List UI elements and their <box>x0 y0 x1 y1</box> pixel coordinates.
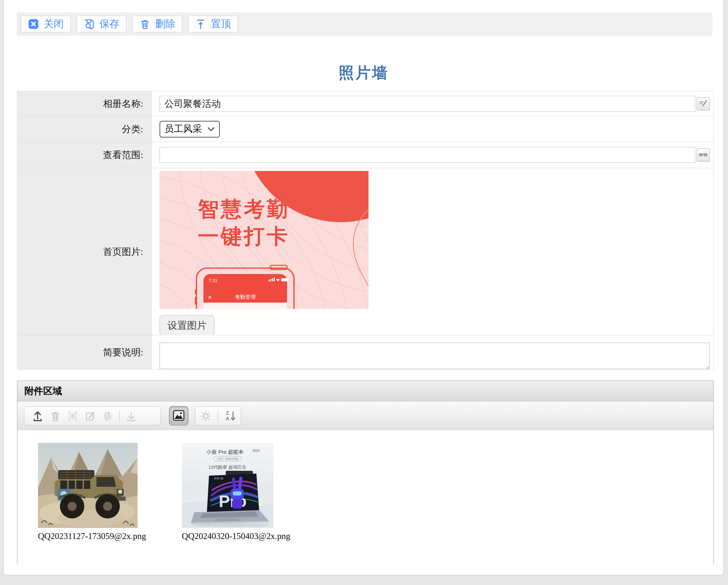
close-button[interactable]: 关闭 <box>21 16 71 32</box>
phone-status-time: 7:21 <box>209 278 217 283</box>
attachment-filename: QQ20231127-173059@2x.png <box>38 531 138 541</box>
top-toolbar: 关闭 保存 删除 <box>17 13 712 36</box>
pin-top-icon <box>195 18 206 30</box>
form-row-description: 简要说明: <box>17 335 713 369</box>
attachment-filename: QQ20240320-150403@2x.png <box>182 531 273 541</box>
image-view-mode-button[interactable] <box>169 406 188 426</box>
attachment-toolbar: Z A <box>17 401 713 430</box>
chevron-down-icon <box>207 123 215 134</box>
sort-icon[interactable]: Z A <box>224 410 237 422</box>
save-icon <box>84 18 95 30</box>
hero-line1: 智慧考勤 <box>198 197 290 221</box>
svg-text:A: A <box>225 416 229 421</box>
cover-label: 首页图片: <box>17 168 152 335</box>
upload-icon[interactable] <box>31 410 44 422</box>
save-button-label: 保存 <box>99 17 119 31</box>
phone-close-glyph: × <box>208 294 212 301</box>
save-button[interactable]: 保存 <box>77 16 126 32</box>
laptop-logo-text: 联想小新 <box>214 477 224 479</box>
scope-picker-button[interactable] <box>697 148 710 162</box>
description-label: 简要说明: <box>17 335 152 369</box>
attachment-thumbnail-truck <box>38 443 138 528</box>
pin-top-button[interactable]: 置顶 <box>188 16 238 32</box>
laptop-year-text: 2023 <box>253 449 260 452</box>
download-icon[interactable] <box>125 410 138 422</box>
album-name-input[interactable] <box>160 96 695 112</box>
close-icon <box>28 18 39 30</box>
form-row-album-name: 相册名称: <box>17 91 713 116</box>
page-container: 关闭 保存 删除 <box>3 0 724 575</box>
attachment-panel: 附件区域 <box>17 381 714 564</box>
attachment-header-title: 附件区域 <box>24 385 62 397</box>
delete-attachment-icon[interactable] <box>49 410 61 422</box>
glasses-icon <box>698 150 708 161</box>
category-select[interactable]: 员工风采 <box>160 121 220 138</box>
edit-pencil-icon <box>698 98 708 109</box>
delete-button-label: 删除 <box>155 17 175 31</box>
settings-gear-icon[interactable] <box>200 410 212 422</box>
album-form: 相册名称: 分类: <box>17 91 714 369</box>
transform-icon[interactable] <box>102 410 114 422</box>
attachment-header: 附件区域 <box>17 381 713 401</box>
category-label: 分类: <box>17 116 152 142</box>
description-textarea[interactable] <box>160 343 710 369</box>
page-title: 照片墙 <box>4 63 723 83</box>
attachment-settings-group: Z A <box>195 406 241 426</box>
toolbar-separator <box>119 410 119 422</box>
hero-line2: 一键打卡 <box>198 225 290 248</box>
close-button-label: 关闭 <box>44 17 64 31</box>
category-selected-value: 员工风采 <box>164 123 202 135</box>
image-view-icon <box>172 409 185 423</box>
delete-button[interactable]: 删除 <box>132 16 182 32</box>
attachment-thumbnail-laptop: 小新 Pro 超能本 2023 16英寸 酷睿独显版 13代酷睿 超强芯生 Pr… <box>182 443 273 528</box>
edit-title-button[interactable] <box>697 97 710 110</box>
form-row-category: 分类: 员工风采 <box>17 116 713 142</box>
pin-top-button-label: 置顶 <box>211 17 231 31</box>
form-row-scope: 查看范围: <box>17 142 713 168</box>
scope-input[interactable] <box>160 147 695 163</box>
preview-icon[interactable] <box>67 410 79 422</box>
set-image-button[interactable]: 设置图片 <box>160 315 215 336</box>
attachment-item[interactable]: 小新 Pro 超能本 2023 16英寸 酷睿独显版 13代酷睿 超强芯生 Pr… <box>182 443 273 541</box>
svg-text:Z: Z <box>226 410 229 416</box>
attachment-list: QQ20231127-173059@2x.png <box>17 430 713 564</box>
edit-attachment-icon[interactable] <box>84 410 96 422</box>
trash-icon <box>139 18 150 30</box>
form-row-cover: 首页图片: <box>17 168 713 335</box>
cover-image-preview[interactable]: 智慧考勤 一键打卡 7:21 <box>160 171 369 309</box>
laptop-subtitle-text: 13代酷睿 超强芯生 <box>208 465 246 470</box>
attachment-item[interactable]: QQ20231127-173059@2x.png <box>38 443 138 541</box>
scope-label: 查看范围: <box>17 142 152 168</box>
attachment-file-actions-group <box>24 406 161 426</box>
laptop-badge-text: 16英寸 酷睿独显版 <box>217 457 239 460</box>
toolbar-separator <box>218 410 218 422</box>
laptop-title-text: 小新 Pro 超能本 <box>206 449 244 455</box>
phone-nav-title: 考勤管理 <box>235 294 256 300</box>
album-name-label: 相册名称: <box>17 91 152 116</box>
